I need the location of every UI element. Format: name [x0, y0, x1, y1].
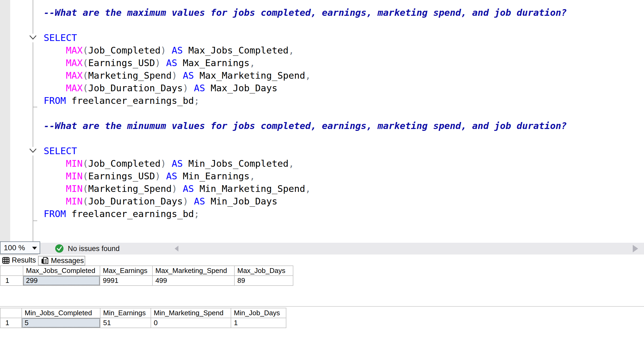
- code-token: --What are the minumum values for jobs c…: [44, 120, 567, 131]
- code-token: Max_Marketing_Spend: [194, 70, 305, 81]
- grid-cell[interactable]: 499: [152, 276, 234, 286]
- sql-editor[interactable]: --What are the maximum values for jobs c…: [0, 0, 644, 243]
- column-header[interactable]: Max_Marketing_Spend: [152, 266, 234, 276]
- code-line[interactable]: MIN(Job_Completed) AS Min_Jobs_Completed…: [44, 157, 567, 170]
- code-token: [44, 158, 66, 169]
- grid-cell[interactable]: 5: [22, 318, 100, 328]
- dropdown-caret-icon[interactable]: [32, 247, 37, 250]
- grid-cell[interactable]: 299: [23, 276, 100, 286]
- code-token: [44, 70, 66, 81]
- editor-selection-margin[interactable]: [0, 0, 10, 243]
- code-line[interactable]: MAX(Job_Completed) AS Max_Jobs_Completed…: [44, 44, 567, 57]
- code-token: AS: [194, 83, 205, 93]
- collapse-chevron-icon[interactable]: [29, 148, 37, 154]
- code-line[interactable]: [44, 132, 567, 145]
- zoom-level-dropdown[interactable]: 100 %: [0, 241, 40, 254]
- grid-cell[interactable]: 1: [231, 318, 286, 328]
- code-line[interactable]: FROM freelancer_earnings_bd;: [44, 94, 567, 107]
- grid-cell[interactable]: 9991: [100, 276, 152, 286]
- code-token: Marketing_Spend: [88, 183, 172, 194]
- code-token: MAX: [66, 45, 83, 56]
- code-area[interactable]: --What are the maximum values for jobs c…: [44, 6, 567, 220]
- row-header[interactable]: 1: [0, 276, 23, 286]
- code-token: ,: [289, 158, 294, 169]
- code-token: MAX: [66, 83, 83, 93]
- code-token: MAX: [66, 58, 83, 68]
- row-header[interactable]: 1: [0, 318, 22, 328]
- code-token: AS: [172, 45, 183, 56]
- code-line[interactable]: [44, 107, 567, 120]
- code-line[interactable]: [44, 19, 567, 32]
- code-line[interactable]: MAX(Marketing_Spend) AS Max_Marketing_Sp…: [44, 69, 567, 82]
- code-token: Earnings_USD: [88, 58, 155, 68]
- code-token: AS: [183, 70, 194, 81]
- outline-guide-line: [33, 0, 33, 34]
- column-header[interactable]: Max_Job_Days: [234, 266, 293, 276]
- code-line[interactable]: FROM freelancer_earnings_bd;: [44, 208, 567, 220]
- code-token: [44, 58, 66, 68]
- block-end-tick: [33, 221, 37, 221]
- code-token: freelancer_earnings_bd: [66, 208, 194, 219]
- status-message: No issues found: [68, 245, 120, 253]
- code-token: ): [172, 70, 177, 81]
- code-token: AS: [166, 58, 177, 68]
- code-token: ): [160, 158, 166, 169]
- outline-guide-line: [33, 155, 33, 243]
- code-token: (: [83, 45, 88, 56]
- code-token: MIN: [66, 158, 83, 169]
- code-token: ): [160, 45, 166, 56]
- results-grid-max[interactable]: Max_Jobs_CompletedMax_EarningsMax_Market…: [0, 265, 293, 286]
- column-header[interactable]: Min_Jobs_Completed: [22, 308, 100, 318]
- tab-messages[interactable]: Messages: [38, 256, 85, 265]
- column-header[interactable]: Max_Earnings: [100, 266, 152, 276]
- code-token: AS: [166, 171, 177, 181]
- code-token: MAX: [66, 70, 83, 81]
- zoom-level-value: 100 %: [4, 244, 25, 252]
- code-line[interactable]: --What are the maximum values for jobs c…: [44, 6, 567, 19]
- scroll-right-icon[interactable]: [633, 245, 638, 252]
- code-line[interactable]: MIN(Job_Duration_Days) AS Min_Job_Days: [44, 195, 567, 208]
- code-token: Job_Duration_Days: [88, 196, 183, 207]
- scroll-left-icon[interactable]: [175, 246, 178, 252]
- code-line[interactable]: MAX(Earnings_USD) AS Max_Earnings,: [44, 57, 567, 69]
- grid-corner-cell[interactable]: [0, 266, 23, 276]
- tab-label: Results: [12, 256, 36, 264]
- code-line[interactable]: MIN(Earnings_USD) AS Min_Earnings,: [44, 170, 567, 183]
- messages-icon: [41, 257, 49, 265]
- code-token: ,: [250, 171, 255, 181]
- table-row: 1299999149989: [0, 276, 293, 286]
- column-header[interactable]: Min_Marketing_Spend: [151, 308, 231, 318]
- grid-cell[interactable]: 51: [100, 318, 151, 328]
- results-grid-min[interactable]: Min_Jobs_CompletedMin_EarningsMin_Market…: [0, 308, 286, 328]
- code-token: ): [155, 171, 160, 181]
- code-token: AS: [183, 183, 194, 194]
- collapse-chevron-icon[interactable]: [29, 35, 37, 40]
- code-token: SELECT: [44, 32, 77, 43]
- grid-corner-cell[interactable]: [0, 308, 22, 318]
- code-token: MIN: [66, 183, 83, 194]
- query-editor-window: --What are the maximum values for jobs c…: [0, 0, 644, 338]
- grid-cell[interactable]: 0: [151, 318, 231, 328]
- code-token: AS: [172, 158, 183, 169]
- column-header[interactable]: Min_Earnings: [100, 308, 151, 318]
- code-token: [166, 45, 172, 56]
- column-header[interactable]: Max_Jobs_Completed: [23, 266, 100, 276]
- code-token: ): [155, 58, 160, 68]
- code-token: [160, 58, 166, 68]
- code-token: [44, 83, 66, 93]
- code-token: ,: [305, 70, 311, 81]
- results-grid-icon: [2, 257, 10, 264]
- code-line[interactable]: SELECT: [44, 145, 567, 157]
- code-token: [188, 83, 194, 93]
- code-line[interactable]: MIN(Marketing_Spend) AS Min_Marketing_Sp…: [44, 183, 567, 195]
- code-token: Max_Jobs_Completed: [183, 45, 289, 56]
- tab-results[interactable]: Results: [0, 255, 38, 265]
- code-line[interactable]: SELECT: [44, 32, 567, 44]
- code-line[interactable]: --What are the minumum values for jobs c…: [44, 120, 567, 132]
- column-header[interactable]: Min_Job_Days: [231, 308, 286, 318]
- grid-cell[interactable]: 89: [234, 276, 293, 286]
- code-token: SELECT: [44, 146, 77, 156]
- code-token: [160, 171, 166, 181]
- code-line[interactable]: MAX(Job_Duration_Days) AS Max_Job_Days: [44, 82, 567, 94]
- code-token: Max_Job_Days: [205, 83, 277, 93]
